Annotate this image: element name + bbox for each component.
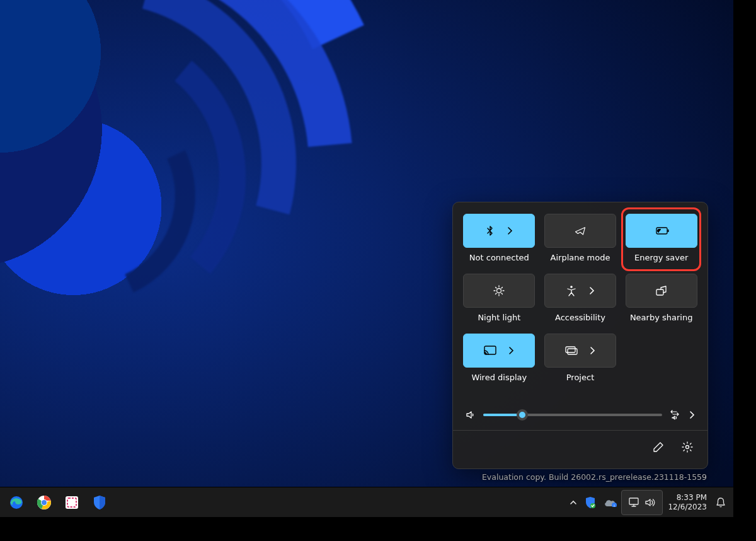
taskbar-app-edge[interactable] <box>4 490 29 515</box>
energy-saver-icon <box>653 226 670 236</box>
accessibility-icon <box>566 285 577 296</box>
svg-rect-19 <box>629 498 638 504</box>
quick-settings-panel: Not connected Airplane mode Energy <box>452 202 708 469</box>
svg-rect-8 <box>566 347 575 352</box>
svg-point-3 <box>570 286 573 288</box>
chevron-right-icon[interactable] <box>689 410 695 419</box>
taskbar-clock[interactable]: 8:33 PM 12/6/2023 <box>663 493 712 511</box>
taskbar-time: 8:33 PM <box>677 493 707 502</box>
tile-bluetooth-button[interactable] <box>463 214 535 248</box>
cast-icon <box>484 346 496 356</box>
svg-rect-7 <box>568 349 577 354</box>
tile-project-button[interactable] <box>544 334 616 368</box>
bluetooth-icon <box>485 225 495 236</box>
svg-point-6 <box>484 353 486 354</box>
quick-settings-footer <box>453 430 707 463</box>
chrome-icon <box>37 495 52 510</box>
tile-wired-display: Wired display <box>463 334 536 390</box>
taskbar-date: 12/6/2023 <box>668 503 707 511</box>
gear-icon <box>682 441 693 453</box>
svg-point-13 <box>42 500 47 505</box>
tile-night-light: Night light <box>463 274 536 330</box>
tile-wired-display-label: Wired display <box>471 373 527 382</box>
taskbar-app-snip[interactable] <box>59 490 84 515</box>
airplane-icon <box>574 225 587 236</box>
shield-check-icon <box>585 496 596 509</box>
settings-button[interactable] <box>676 436 699 458</box>
tile-accessibility-label: Accessibility <box>555 313 605 322</box>
svg-point-9 <box>686 446 689 449</box>
tray-onedrive-button[interactable]: i <box>600 490 621 515</box>
speaker-low-icon[interactable] <box>466 410 476 420</box>
taskbar-app-chrome[interactable] <box>32 490 57 515</box>
tile-project-label: Project <box>566 373 594 382</box>
tile-nearby-sharing-label: Nearby sharing <box>630 313 693 322</box>
tray-network-volume-button[interactable] <box>621 490 663 515</box>
tile-bluetooth: Not connected <box>463 214 536 270</box>
svg-rect-1 <box>667 230 668 232</box>
svg-point-2 <box>497 289 501 293</box>
project-icon <box>565 346 578 355</box>
tile-night-light-label: Night light <box>478 313 520 322</box>
sound-output-icon[interactable] <box>670 410 681 420</box>
cloud-icon: i <box>604 498 617 507</box>
tile-nearby-sharing: Nearby sharing <box>625 274 697 330</box>
nearby-sharing-icon <box>656 286 667 296</box>
taskbar-app-security[interactable] <box>87 490 112 515</box>
tile-accessibility-button[interactable] <box>544 274 616 308</box>
volume-row <box>463 407 697 426</box>
network-icon <box>628 497 639 508</box>
tile-night-light-button[interactable] <box>463 274 535 308</box>
tile-nearby-sharing-button[interactable] <box>626 274 697 308</box>
snip-icon <box>64 495 79 510</box>
chevron-right-icon <box>508 346 514 355</box>
chevron-right-icon <box>588 286 595 295</box>
taskbar: i 8:33 PM 12/6/2023 <box>0 487 733 517</box>
tile-bluetooth-label: Not connected <box>469 253 529 262</box>
tile-airplane-label: Airplane mode <box>551 253 610 262</box>
tray-security-button[interactable] <box>581 490 600 515</box>
watermark-text: Evaluation copy. Build 26002.rs_prerelea… <box>482 472 707 482</box>
edge-icon <box>9 495 24 510</box>
chevron-up-icon <box>570 499 577 506</box>
night-light-icon <box>493 285 505 296</box>
chevron-right-icon <box>507 226 513 235</box>
tray-notifications-button[interactable] <box>712 490 730 515</box>
tile-airplane: Airplane mode <box>544 214 617 270</box>
tile-accessibility: Accessibility <box>544 274 617 330</box>
volume-slider[interactable] <box>483 414 662 416</box>
bell-icon <box>716 497 726 508</box>
shield-icon <box>93 495 106 510</box>
tile-airplane-button[interactable] <box>544 214 616 248</box>
edit-quick-settings-button[interactable] <box>647 436 670 458</box>
tile-energy-saver-label: Energy saver <box>634 253 688 262</box>
tile-wired-display-button[interactable] <box>463 334 535 368</box>
tile-project: Project <box>544 334 617 390</box>
tile-energy-saver-button[interactable] <box>626 214 697 248</box>
chevron-right-icon <box>589 346 595 355</box>
tile-energy-saver: Energy saver <box>625 214 697 270</box>
svg-rect-4 <box>656 289 663 295</box>
pencil-icon <box>653 441 664 453</box>
speaker-icon <box>644 497 656 508</box>
tray-overflow-button[interactable] <box>566 490 581 515</box>
